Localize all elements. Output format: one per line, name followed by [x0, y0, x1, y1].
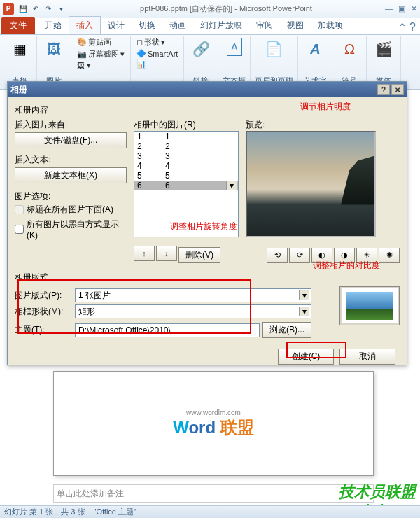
minimize-icon[interactable]: — — [385, 4, 393, 13]
dialog-help-icon[interactable]: ? — [377, 84, 390, 95]
tab-file[interactable]: 文件 — [1, 17, 35, 34]
dialog-title: 相册 — [10, 84, 27, 96]
album-button[interactable]: 🖼 ▾ — [76, 60, 126, 71]
close-icon[interactable]: ✕ — [411, 4, 417, 13]
textbox-icon[interactable]: A — [227, 38, 242, 56]
tab-home[interactable]: 开始 — [38, 17, 69, 34]
checkbox-caption-below[interactable]: 标题在所有图片下面(A) — [15, 204, 127, 216]
list-item[interactable]: 55 — [134, 171, 238, 181]
list-item[interactable]: 33 — [134, 151, 238, 161]
list-item[interactable]: 66 — [134, 181, 238, 190]
tab-slideshow[interactable]: 幻灯片放映 — [193, 17, 249, 34]
wordart-icon[interactable]: A — [304, 38, 326, 60]
checkbox-all-bw[interactable]: 所有图片以黑白方式显示(K) — [15, 218, 127, 240]
select-frame-shape[interactable]: 矩形 — [75, 304, 312, 318]
titlebar: P 💾 ↶ ↷ ▾ pptF086.pptm [自动保存的] - Microso… — [0, 0, 420, 18]
note-contrast: 调整相片的对比度 — [313, 260, 380, 272]
restore-icon[interactable]: ▣ — [398, 4, 405, 13]
tab-design[interactable]: 设计 — [101, 17, 132, 34]
contrast-down-button[interactable]: ✺ — [379, 248, 400, 263]
layout-thumbnail — [340, 286, 400, 326]
status-slide: 幻灯片 第 1 张，共 3 张 — [4, 507, 85, 517]
tab-insert[interactable]: 插入 — [69, 16, 101, 34]
ribbon-min-icon[interactable]: ⌃ — [398, 21, 407, 34]
move-down-button[interactable]: ↓ — [156, 246, 177, 261]
label-frame-shape: 相框形状(M): — [15, 306, 72, 318]
note-rotation: 调整相片旋转角度 — [170, 220, 237, 232]
status-theme: "Office 主题" — [94, 507, 136, 517]
smartart-button[interactable]: 🔷 SmartArt — [135, 48, 179, 59]
note-brightness: 调节相片明度 — [300, 101, 351, 113]
section-album-layout: 相册版式 — [15, 272, 400, 284]
input-theme[interactable] — [75, 323, 260, 337]
select-pic-layout[interactable]: 1 张图片 — [75, 288, 312, 302]
label-insert-from: 插入图片来自: — [15, 119, 127, 131]
chart-button[interactable]: 📊 — [135, 59, 179, 69]
remove-button[interactable]: 删除(V) — [178, 247, 220, 263]
dialog-titlebar: 相册 ? ✕ — [8, 82, 407, 97]
label-pics-in-album: 相册中的图片(R): — [134, 119, 239, 131]
list-item[interactable]: 11 — [134, 132, 238, 141]
picture-icon[interactable]: 🖼 — [43, 38, 65, 60]
rotate-left-button[interactable]: ⟲ — [267, 248, 288, 263]
tab-view[interactable]: 视图 — [280, 17, 311, 34]
file-disk-button[interactable]: 文件/磁盘(F)... — [15, 132, 127, 148]
redo-icon[interactable]: ↷ — [43, 4, 54, 15]
list-item[interactable]: 22 — [134, 141, 238, 151]
window-title: pptF086.pptm [自动保存的] - Microsoft PowerPo… — [67, 4, 385, 14]
symbol-icon[interactable]: Ω — [338, 38, 360, 60]
help-icon[interactable]: ? — [410, 21, 416, 34]
qat-dropdown-icon[interactable]: ▾ — [55, 4, 66, 15]
statusbar: 幻灯片 第 1 张，共 3 张 "Office 主题" — [0, 505, 420, 518]
create-button[interactable]: 创建(C) — [278, 349, 334, 365]
cancel-button[interactable]: 取消 — [340, 349, 396, 365]
slide-canvas: www.wordlm.com Word 联盟 — [53, 371, 374, 476]
clipart-button[interactable]: 🎨 剪贴画 — [76, 36, 126, 48]
save-icon[interactable]: 💾 — [18, 4, 29, 15]
powerpoint-icon: P — [3, 4, 14, 15]
label-preview: 预览: — [246, 119, 376, 131]
preview-pane — [246, 131, 376, 237]
hyperlink-icon[interactable]: 🔗 — [190, 38, 212, 60]
new-textbox-button[interactable]: 新建文本框(X) — [15, 167, 127, 183]
list-item[interactable]: 44 — [134, 161, 238, 171]
label-theme: 主题(T): — [15, 324, 72, 336]
album-dialog: 相册 ? ✕ 相册内容 插入图片来自: 文件/磁盘(F)... 插入文本: 新建… — [7, 81, 407, 365]
tab-transitions[interactable]: 切换 — [132, 17, 162, 34]
headerfooter-icon[interactable]: 📄 — [263, 38, 286, 60]
tab-review[interactable]: 审阅 — [249, 17, 280, 34]
ribbon-tabs: 文件 开始 插入 设计 切换 动画 幻灯片放映 审阅 视图 加载项 ⌃? — [0, 18, 420, 35]
wordlm-logo: Word 联盟 — [173, 416, 254, 439]
dialog-close-icon[interactable]: ✕ — [391, 84, 404, 95]
move-up-button[interactable]: ↑ — [134, 246, 155, 261]
shapes-button[interactable]: ◻ 形状 ▾ — [135, 36, 179, 48]
tab-animations[interactable]: 动画 — [162, 17, 193, 34]
screenshot-button[interactable]: 📷 屏幕截图 ▾ — [76, 48, 126, 60]
tab-addins[interactable]: 加载项 — [311, 17, 350, 34]
label-pic-options: 图片选项: — [15, 190, 127, 202]
table-icon[interactable]: ▦ — [8, 38, 31, 60]
undo-icon[interactable]: ↶ — [30, 4, 41, 15]
rotate-right-button[interactable]: ⟳ — [289, 248, 310, 263]
wordlm-domain: www.wordlm.com — [173, 409, 254, 416]
label-insert-text: 插入文本: — [15, 154, 127, 166]
browse-button[interactable]: 浏览(B)... — [262, 322, 312, 338]
media-icon[interactable]: 🎬 — [372, 38, 395, 60]
notes-pane[interactable]: 单击此处添加备注 — [53, 484, 374, 503]
label-pic-layout: 图片版式(P): — [15, 290, 72, 302]
